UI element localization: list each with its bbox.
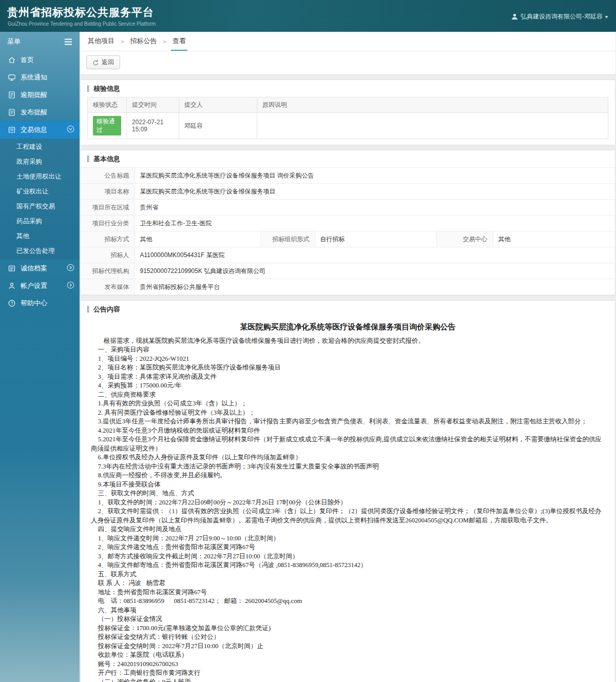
announcement-panel-title: 公告内容 xyxy=(81,301,615,318)
sidebar-item-help-center[interactable]: ? 帮助中心 xyxy=(0,295,80,312)
section-bars-icon xyxy=(87,306,89,313)
announcement-paragraph: 7.3年内在经营活动中没有重大违法记录的书面声明；3年内没有发生过重大质量安全事… xyxy=(91,462,605,472)
sidebar-item-label: 交易信息 xyxy=(21,125,47,134)
user-menu[interactable]: 弘典建设咨询有限公司-邓廷容 ▾ xyxy=(511,12,608,21)
back-button[interactable]: 返回 xyxy=(86,55,120,69)
field-label: 项目行业分类 xyxy=(81,216,134,231)
document-icon xyxy=(8,91,16,99)
announcement-paragraph: 1.具有有效的营业执照（公司成立3年（含）以上）； xyxy=(91,399,605,408)
announcement-paragraph: 3、项目需求：具体需求详见询价函及文件 xyxy=(91,373,605,382)
announcement-paragraph: 4、采购预算：175000.00元/年 xyxy=(91,381,605,391)
field-label: 发布媒体 xyxy=(81,279,134,295)
sidebar-subitem-other[interactable]: 其他 xyxy=(0,229,80,244)
announcement-paragraph: 开户行：工商银行贵阳市黄河路支行 xyxy=(91,669,605,678)
monitor-icon xyxy=(8,73,16,82)
field-value: 贵州省 xyxy=(134,200,615,216)
basic-info-panel-title: 基本信息 xyxy=(81,150,615,167)
announcement-paragraph: 收款单位：某医院（电话联系） xyxy=(91,651,605,660)
breadcrumb-tab-view[interactable]: 查看 xyxy=(171,32,187,51)
announcement-title: 某医院购买层流净化系统等医疗设备维保服务项目询价采购公告 xyxy=(91,323,605,332)
table-row: 发布媒体 贵州省招标投标公共服务平台 xyxy=(81,279,615,295)
field-label: 招标组织形式 xyxy=(261,231,315,247)
sidebar-subitem-government-procurement[interactable]: 政府采购 xyxy=(0,154,80,169)
announcement-panel: 公告内容 某医院购买层流净化系统等医疗设备维保服务项目询价采购公告 根据需求，现… xyxy=(80,300,615,682)
table-header-row: 核验状态 提交时间 提交人 原因说明 xyxy=(88,98,608,113)
home-icon xyxy=(8,56,16,64)
breadcrumb-tab-other-projects[interactable]: 其他项目 xyxy=(86,32,116,51)
back-button-label: 返回 xyxy=(102,58,114,67)
announcement-document: 某医院购买层流净化系统等医疗设备维保服务项目询价采购公告 根据需求，现就某医院购… xyxy=(81,318,615,682)
announcement-paragraph: 投标保证金：1700.00元(需单独递交加盖单位公章的汇款凭证) xyxy=(91,624,605,633)
announcement-paragraph: 8.供应商一经报价，不得改变,并且必须履约。 xyxy=(91,471,605,480)
sidebar-item-label: 首页 xyxy=(21,55,34,65)
announcement-paragraph: 电 话：0851-83896959 0851-85723142； 邮箱： 260… xyxy=(91,597,605,606)
field-value: 贵州省招标投标公共服务平台 xyxy=(134,279,615,295)
sidebar-subitem-project-construction[interactable]: 工程建设 xyxy=(0,140,80,154)
sidebar-subitem-state-owned-property[interactable]: 国有产权交易 xyxy=(0,199,80,214)
sidebar-item-label: 诚信档案 xyxy=(21,264,47,273)
field-value: 卫生和社会工作-卫生-医院 xyxy=(134,216,615,231)
announcement-paragraph: 3、邮寄方式接收响应文件截止时间：2022年7月27日10:00（北京时间） xyxy=(91,552,605,561)
announcement-paragraph: 1、获取文件的时间：2022年7月22日09时00分～2022年7月26日 17… xyxy=(91,498,605,508)
announcement-paragraph: （二）询价文件售价：0元人民币。 xyxy=(91,678,605,682)
announcement-intro: 根据需求，现就某医院购买层流净化系等医疗设备统维保服务项目进行询价，欢迎合格的供… xyxy=(91,337,605,346)
field-label: 项目名称 xyxy=(81,184,134,200)
announcement-paragraph: 1、响应文件递交时间：2022年7月 27日9:00～10:00（北京时间） xyxy=(91,534,605,543)
sidebar-subitem-drug-procurement[interactable]: 药品采购 xyxy=(0,214,80,229)
sidebar-item-label: 帐户设置 xyxy=(21,281,47,290)
announcement-paragraph: 2、项目名称：某医院购买层流净化系统等医疗设备维保服务项目 xyxy=(91,363,605,373)
sidebar-item-overdue-reminders[interactable]: 逾期提醒 xyxy=(0,86,80,104)
breadcrumb-tab-tender-announcement[interactable]: 招标公告 xyxy=(128,32,158,51)
announcement-paragraph: 五、联系方式 xyxy=(91,570,605,579)
section-title-text: 公告内容 xyxy=(93,305,120,314)
announcement-paragraph: 9.本项目不接受联合体 xyxy=(91,480,605,490)
verification-panel-title: 核验信息 xyxy=(81,80,615,97)
verification-table-wrap: 核验状态 提交时间 提交人 原因说明 核验通过 2022-07-21 15:09… xyxy=(81,97,615,145)
hamburger-icon[interactable] xyxy=(64,38,72,45)
sidebar-item-label: 发布提醒 xyxy=(21,108,47,117)
breadcrumb-separator: > xyxy=(163,32,166,51)
announcement-paragraph: 2. 具有同类医疗设备维修经验证明文件（3年及以上）； xyxy=(91,408,605,418)
field-label: 招标人 xyxy=(81,247,134,263)
breadcrumb: 其他项目 > 招标公告 > 查看 xyxy=(80,32,615,51)
field-label: 招标代理机构 xyxy=(81,263,134,279)
svg-text:?: ? xyxy=(11,301,13,306)
announcement-paragraph: 三、获取文件的时间、地点、方式 xyxy=(91,489,605,498)
field-value: 其他 xyxy=(493,231,615,247)
sidebar-item-system-notices[interactable]: 系统通知 xyxy=(0,69,80,86)
announcement-paragraph: 账号：2402019109026700263 xyxy=(91,660,605,669)
section-title-text: 核验信息 xyxy=(93,84,120,93)
field-label: 项目所在区域 xyxy=(81,200,134,216)
field-label: 公告标题 xyxy=(81,168,134,184)
submit-time-cell: 2022-07-21 15:09 xyxy=(127,113,179,139)
announcement-paragraph: 2、响应文件递交地点：贵州省贵阳市花溪区黄河路67号 xyxy=(91,543,605,552)
section-title-text: 基本信息 xyxy=(93,154,120,164)
sidebar-item-transaction-info[interactable]: 交易信息 xyxy=(0,121,80,139)
table-row: 项目行业分类 卫生和社会工作-卫生-医院 xyxy=(81,216,615,231)
section-bars-icon xyxy=(87,85,89,92)
sidebar-item-credit-archive[interactable]: 诚信档案 xyxy=(0,260,80,277)
column-header: 核验状态 xyxy=(88,98,127,113)
status-badge: 核验通过 xyxy=(93,116,121,135)
sidebar-subitem-mining-rights[interactable]: 矿业权出让 xyxy=(0,184,80,199)
basic-info-panel: 基本信息 公告标题 某医院购买层流净化系统等医疗设备维保服务项目 询价采购公告 … xyxy=(80,150,615,296)
sidebar-subitem-land-use-rights[interactable]: 土地使用权出让 xyxy=(0,169,80,184)
announcement-paragraph: 联 系 人： 冯波 杨雪君 xyxy=(91,579,605,588)
main-content: 其他项目 > 招标公告 > 查看 返回 核验信息 xyxy=(80,32,616,682)
announcement-paragraph: 2、获取文件时需提供：（1）提供有效的营业执照（公司成立3年（含）以上）复印件；… xyxy=(91,507,605,525)
table-row: 项目所在区域 贵州省 xyxy=(81,200,615,216)
table-row: 项目名称 某医院购买层流净化系统等医疗设备维保服务项目 xyxy=(81,184,615,200)
verify-table: 核验状态 提交时间 提交人 原因说明 核验通过 2022-07-21 15:09… xyxy=(87,97,608,139)
table-row: 公告标题 某医院购买层流净化系统等医疗设备维保服务项目 询价采购公告 xyxy=(81,168,615,184)
sidebar-item-account-settings[interactable]: 帐户设置 xyxy=(0,277,80,295)
announcement-paragraph: 二、供应商资格要求 xyxy=(91,391,605,400)
sidebar-menu-header: 菜单 xyxy=(0,32,80,51)
question-circle-icon: ? xyxy=(8,299,16,307)
sidebar-item-publish-reminders[interactable]: 发布提醒 xyxy=(0,104,80,121)
sidebar-item-label: 帮助中心 xyxy=(21,299,47,308)
sidebar-subitem-processed-announcements[interactable]: 已发公告处理 xyxy=(0,244,80,259)
sidebar-item-home[interactable]: 首页 xyxy=(0,51,80,69)
announcement-paragraph: 投标保证金交纳时间：2022年7月27日10:00（北京时间）止 xyxy=(91,642,605,651)
sidebar-item-label: 逾期提醒 xyxy=(21,90,47,100)
announcement-paragraph: （一）投标保证金情况 xyxy=(91,615,605,624)
